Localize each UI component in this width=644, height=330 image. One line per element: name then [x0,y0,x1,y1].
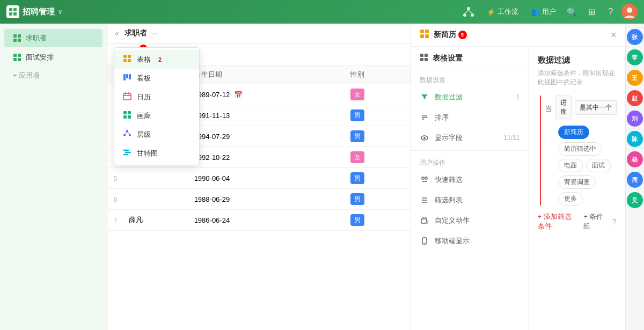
svg-rect-49 [425,58,428,61]
svg-line-7 [465,10,469,13]
calendar-view-label: 日历 [137,92,151,102]
svg-rect-56 [425,177,427,179]
row-gender: 男 [345,126,411,147]
view-item-kanban[interactable]: 看板 [114,69,199,87]
side-avatar[interactable]: 陈 [627,131,643,147]
date-value: 1990-06-04 [194,174,230,182]
panel-more-btn[interactable]: ··· [151,29,158,38]
svg-point-54 [423,137,426,139]
filter-list-item[interactable]: 筛选列表 [411,190,529,210]
table-row[interactable]: 7 薛凡 1986-06-24 男 [107,210,411,231]
mobile-display-item[interactable]: 移动端显示 [411,231,529,251]
svg-line-38 [127,132,130,134]
users-icon: 👥 [531,8,540,16]
search-btn[interactable]: 🔍 [564,3,581,20]
gantt-view-icon [123,148,131,158]
svg-rect-61 [421,219,427,223]
svg-rect-15 [13,54,17,57]
svg-rect-1 [13,8,17,11]
side-avatar[interactable]: 赵 [627,90,643,106]
svg-line-37 [125,132,127,134]
row-date: 1994-07-29 [189,126,345,147]
filter-tag[interactable]: 更多 [558,192,583,206]
mobile-icon [420,236,429,246]
row-gender: 男 [345,189,411,210]
quick-filter-item[interactable]: 快速筛选 [411,170,529,190]
custom-action-item[interactable]: 自定义动作 [411,210,529,231]
svg-rect-48 [420,58,423,61]
table-view-icon [123,54,131,64]
filter-tag[interactable]: 简历筛选中 [558,142,602,156]
filter-tag[interactable]: 背景调查 [558,175,596,189]
view-item-table[interactable]: 表格 2 [114,50,199,69]
avatar[interactable] [621,4,638,20]
section-data-label: 数据设置 [411,70,529,87]
app-title: 招聘管理 [23,7,55,17]
view-item-gantt[interactable]: 甘特图 [114,144,199,163]
grid-btn[interactable]: ⊞ [583,3,600,20]
sort-item[interactable]: 排序 [411,107,529,128]
svg-point-66 [424,243,425,244]
add-group-btn[interactable]: + 条件组 [583,212,605,231]
help-icon[interactable]: ? [612,217,617,226]
svg-rect-44 [420,34,424,38]
app-layout: 求职者 面试安排 + 应用项 « 求职者 ··· [0,24,644,330]
panel-body: 表格设置 数据设置 数据过滤 1 [411,47,625,330]
condition-field[interactable]: 进度 [555,96,572,119]
sidebar-item-interviews[interactable]: 面试安排 [4,48,103,67]
side-avatar[interactable]: 周 [627,172,643,188]
new-resume-title: 新简历 [434,30,456,40]
quick-filter-icon [420,175,429,185]
row-date: 1988-06-29 [189,189,345,210]
view-item-calendar[interactable]: 日历 [114,87,199,106]
svg-rect-24 [126,74,128,78]
sort-icon [420,113,429,122]
side-avatar[interactable]: 刘 [627,111,643,127]
svg-rect-3 [13,12,17,16]
users-btn[interactable]: 👥 用户 [526,5,561,19]
gender-badge: 男 [350,130,364,142]
collapse-btn[interactable]: « [114,28,120,39]
panel-close-btn[interactable]: × [611,30,617,41]
table-row[interactable]: 5 1990-06-04 男 [107,168,411,189]
filter-tag[interactable]: 电面 [558,159,583,172]
gallery-view-label: 画廊 [137,111,151,121]
svg-point-4 [467,7,470,10]
when-label: 当 [545,101,552,114]
workflow-btn[interactable]: ⚡ 工作流 [481,5,524,19]
display-fields-item[interactable]: 显示字段 11/11 [411,128,529,148]
filter-count: 1 [516,93,520,101]
filter-item[interactable]: 数据过滤 1 [411,87,529,107]
new-resume-badge: 5 [458,31,467,39]
app-chevron[interactable]: ∨ [58,9,62,16]
row-gender: 男 [345,210,411,231]
table-row[interactable]: 6 1988-06-29 男 [107,189,411,210]
side-avatar[interactable]: 杨 [627,151,643,167]
side-avatar[interactable]: 张 [627,29,643,45]
filter-tag[interactable]: 面试 [586,159,611,172]
view-item-gallery[interactable]: 画廊 [114,106,199,125]
help-btn[interactable]: ? [602,3,619,20]
gender-badge: 男 [350,172,364,184]
add-condition-btn[interactable]: + 添加筛选条件 [538,212,577,231]
svg-rect-21 [123,59,127,62]
kanban-view-icon [123,73,131,83]
interviews-icon [13,53,21,62]
org-icon[interactable] [460,3,477,20]
svg-rect-26 [123,93,131,100]
sidebar-item-jobs[interactable]: 求职者 [4,29,103,47]
gender-badge: 男 [350,214,364,226]
date-value: 1988-06-29 [194,195,230,203]
new-resume-icon [420,29,429,41]
sidebar-add-btn[interactable]: + 应用项 [4,68,103,84]
filter-tag[interactable]: 新简历 [558,126,589,139]
table-view-number: 2 [158,56,162,63]
side-avatar[interactable]: 王 [627,70,643,86]
condition-op[interactable]: 是其中一个 [575,100,617,115]
view-item-hierarchy[interactable]: 层级 [114,125,199,144]
side-avatar[interactable]: 吴 [627,192,643,208]
side-avatar[interactable]: 李 [627,49,643,65]
svg-rect-22 [128,59,131,62]
quick-filter-label: 快速筛选 [435,175,463,185]
row-name [123,189,189,210]
